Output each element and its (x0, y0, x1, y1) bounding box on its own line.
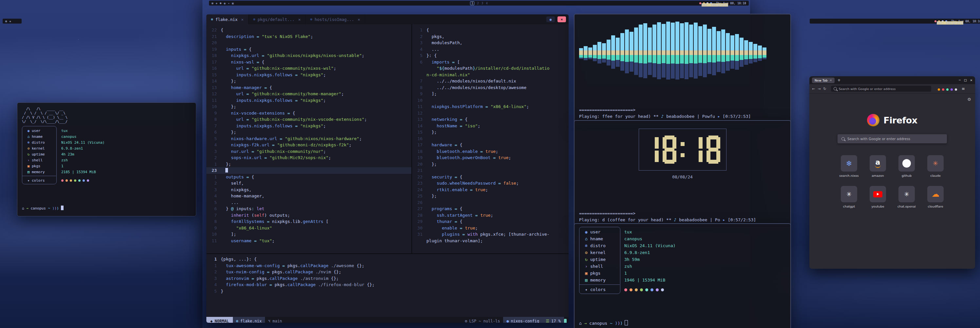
wave-bottom (611, 60, 615, 69)
shell-prompt[interactable]: ⌂ → canopus ~ ))) (579, 320, 786, 327)
launcher-grid-icon[interactable]: ⊞ (5, 20, 7, 23)
browser-tab[interactable]: New Tab × (812, 78, 835, 83)
code-text: ssh.startAgent = true; (426, 212, 493, 219)
app-icon[interactable]: ✦ (228, 2, 230, 5)
tab-close-icon[interactable]: × (298, 17, 301, 22)
shortcut-tile[interactable]: github (892, 155, 921, 177)
shortcut-tile[interactable]: ❄search.nixos (835, 155, 863, 177)
token: pkgs. (257, 276, 270, 281)
extension-icon[interactable] (951, 89, 953, 91)
code-text: username = "tux"; (221, 238, 274, 244)
app-icon[interactable]: ◈ (216, 2, 217, 5)
workspace-button[interactable]: 1 (470, 1, 474, 5)
code-line: 12 (412, 110, 569, 117)
forward-icon[interactable]: → (818, 87, 821, 91)
wave-top (671, 22, 675, 51)
shortcut-tile[interactable]: ✳chat.openai (892, 186, 921, 208)
app-icon[interactable]: ▣ (232, 2, 234, 5)
token: modulesPath (444, 66, 473, 71)
tab-close-icon[interactable]: × (241, 17, 244, 22)
fetch-label: pkgs (590, 271, 616, 276)
tab-close-icon[interactable]: × (358, 17, 360, 22)
wave-teal (762, 55, 767, 58)
editor-tab[interactable]: ❄flake.nix× (206, 14, 248, 24)
wave-bottom (694, 63, 698, 79)
line-number: 6 (206, 129, 221, 136)
code-text: } @ inputs: let (221, 206, 264, 212)
editor-tab[interactable]: ❄pkgs/default...× (248, 14, 305, 24)
wave-bottom (712, 63, 716, 75)
buffer-pin-button[interactable]: ◉ (546, 16, 555, 22)
project-chip: ● nixos-config (503, 317, 542, 323)
line-number: 17 (206, 59, 221, 65)
wave-teal (708, 55, 711, 62)
segment (708, 147, 718, 152)
wave-top (717, 31, 721, 51)
app-icon[interactable]: ◈ (9, 20, 11, 23)
shortcut-tile[interactable]: aamazon (863, 155, 892, 177)
workspace-button[interactable]: 4 (486, 2, 487, 5)
element (50, 206, 52, 211)
maximize-button[interactable]: □ (964, 79, 967, 82)
fetch-row: ⌂hnamecanopus (582, 235, 786, 242)
token: = (483, 104, 490, 109)
buffer-close-button[interactable]: × (557, 16, 566, 22)
editor-pane-flake[interactable]: 22{21 description = "tux's NixOS Flake";… (206, 24, 411, 254)
shell-prompt[interactable]: ⌂ → canopus ~ ))) (22, 205, 191, 212)
code-text: inputs.nixpkgs.follows = "nixpkgs"; (221, 97, 326, 104)
app-icon[interactable]: ◉ (224, 2, 225, 5)
line-number (412, 65, 426, 72)
token: = (452, 219, 460, 224)
line-number: 22 (206, 27, 221, 33)
shortcut-label: chatgpt (843, 204, 855, 208)
tray-icon[interactable] (699, 2, 701, 4)
reload-icon[interactable]: ↻ (823, 87, 826, 91)
personalize-gear-icon[interactable]: ⚙ (967, 97, 971, 102)
editor-tab[interactable]: ❄hosts/isoImag...× (305, 14, 365, 24)
extension-icon[interactable] (942, 89, 944, 91)
newtab-search-field[interactable]: Search with Google or enter address (837, 134, 947, 143)
tray-icon[interactable] (934, 20, 936, 22)
shortcut-tile[interactable]: youtube (863, 186, 892, 208)
url-bar[interactable]: Search with Google or enter address (831, 86, 931, 92)
workspace-button[interactable]: 2 (477, 2, 479, 5)
token: ssh.startAgent (426, 213, 473, 218)
code-text: imports = [ (426, 59, 460, 65)
github-mark-icon (902, 159, 911, 168)
extension-icon[interactable] (938, 89, 940, 91)
line-number: 20 (206, 40, 221, 46)
wave-top (684, 22, 689, 51)
search-icon (834, 87, 837, 90)
firefox-newtab-content: ⚙ Firefox Search with Google or enter ad… (809, 93, 975, 269)
terminal-cursor (61, 206, 64, 210)
shortcut-tile[interactable]: ✳claude (921, 155, 950, 177)
hname-icon: ⌂ (25, 135, 32, 139)
token: ( (249, 213, 254, 218)
new-tab-button[interactable]: + (837, 78, 840, 82)
music-progress-bar: =====================> (579, 210, 786, 217)
wave-teal (657, 55, 661, 64)
wave-mid (634, 51, 638, 55)
close-button[interactable]: × (970, 79, 972, 82)
palette-dot (630, 288, 633, 292)
workspace-button[interactable]: 3 (482, 2, 483, 5)
code-text: ../../modules/nixos/default.nix (426, 78, 516, 84)
menu-icon[interactable]: ≡ (962, 86, 965, 91)
fetch-row: ▤memory1946 | 15394 MiB (582, 277, 786, 284)
shortcut-tile[interactable]: ✳chatgpt (835, 186, 863, 208)
shortcut-tile[interactable]: ☁cloudflare (921, 186, 950, 208)
fetch-value: 3h 59m (616, 257, 640, 262)
app-icon[interactable]: ❄ (220, 2, 221, 5)
token: } (221, 289, 223, 294)
extension-icon[interactable] (955, 89, 957, 91)
editor-pane-iso[interactable]: 1{2 pkgs,3 modulesPath,4 ...5}: {6 impor… (412, 24, 569, 254)
code-text: ]; (221, 231, 236, 238)
launcher-grid-icon[interactable]: ⊞ (212, 2, 213, 5)
tab-close-icon[interactable]: × (830, 79, 832, 82)
clock-colon (680, 136, 685, 164)
minimize-button[interactable]: ─ (959, 79, 961, 82)
extension-icon[interactable] (946, 89, 948, 91)
back-icon[interactable]: ← (812, 87, 815, 91)
editor-pane-pkgs[interactable]: 1{pkgs, ...}: {1 tux-awesome-wm-config =… (206, 254, 569, 317)
wave-teal (630, 55, 633, 62)
